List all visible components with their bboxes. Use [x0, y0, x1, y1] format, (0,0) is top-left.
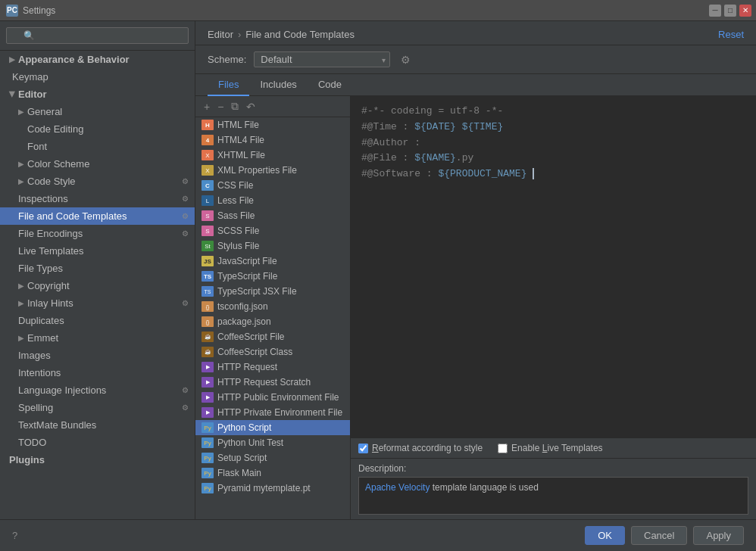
sidebar-item-file-types[interactable]: File Types — [0, 260, 195, 277]
file-item-http-private[interactable]: ▶ HTTP Private Environment File — [195, 405, 350, 420]
reformat-checkbox[interactable] — [358, 444, 368, 453]
restore-button[interactable]: □ — [724, 5, 736, 17]
window-controls[interactable]: ─ □ ✕ — [709, 5, 751, 17]
file-item-pyramid[interactable]: Py Pyramid mytemplate.pt — [195, 481, 350, 496]
tab-includes[interactable]: Includes — [249, 74, 307, 96]
sidebar-item-label: Code Editing — [27, 123, 83, 135]
file-item-sass[interactable]: S Sass File — [195, 208, 350, 223]
coffee-file-icon: ☕ — [201, 332, 214, 342]
search-box[interactable]: 🔍 — [0, 21, 195, 51]
add-button[interactable]: + — [201, 100, 212, 114]
file-item-tsconfig[interactable]: {} tsconfig.json — [195, 299, 350, 314]
help-button[interactable]: ? — [12, 530, 17, 541]
reformat-checkbox-label[interactable]: Reformat according to style — [358, 443, 483, 453]
sidebar-item-language-injections[interactable]: Language Injections ⚙ — [0, 381, 195, 399]
reset-template-button[interactable]: ↶ — [244, 100, 258, 114]
velocity-link[interactable]: Apache Velocity — [365, 482, 430, 493]
scheme-select[interactable]: Default — [254, 51, 390, 67]
breadcrumb-bar: Editor › File and Code Templates Reset — [195, 21, 756, 45]
sidebar-item-live-templates[interactable]: Live Templates — [0, 242, 195, 260]
sidebar-item-file-encodings[interactable]: File Encodings ⚙ — [0, 225, 195, 242]
sidebar-item-spelling[interactable]: Spelling ⚙ — [0, 399, 195, 416]
file-item-coffeescript[interactable]: ☕ CoffeeScript File — [195, 329, 350, 344]
sidebar-item-code-editing[interactable]: Code Editing — [0, 120, 195, 138]
file-item-http-scratch[interactable]: ▶ HTTP Request Scratch — [195, 375, 350, 390]
file-item-xml-properties[interactable]: X XML Properties File — [195, 163, 350, 178]
sidebar-item-duplicates[interactable]: Duplicates — [0, 312, 195, 329]
file-item-http-public[interactable]: ▶ HTTP Public Environment File — [195, 390, 350, 405]
ok-button[interactable]: OK — [585, 526, 625, 545]
search-input[interactable] — [6, 27, 189, 44]
file-item-scss[interactable]: S SCSS File — [195, 223, 350, 238]
tab-code[interactable]: Code — [308, 74, 352, 96]
title-bar: PC Settings ─ □ ✕ — [0, 0, 756, 21]
file-item-js[interactable]: JS JavaScript File — [195, 254, 350, 269]
tab-files[interactable]: Files — [208, 74, 249, 96]
sidebar-item-label: Emmet — [27, 332, 58, 344]
sidebar-item-label: Duplicates — [18, 315, 64, 326]
file-item-setup-script[interactable]: Py Setup Script — [195, 450, 350, 465]
file-item-name: HTML4 File — [217, 135, 264, 145]
scss-file-icon: S — [201, 226, 214, 236]
sidebar-item-todo[interactable]: TODO — [0, 434, 195, 451]
sidebar-item-file-and-code-templates[interactable]: File and Code Templates ⚙ — [0, 207, 195, 225]
sidebar-item-inlay-hints[interactable]: ▶ Inlay Hints ⚙ — [0, 294, 195, 312]
sidebar-item-font[interactable]: Font — [0, 138, 195, 155]
files-panel: + − ⧉ ↶ H HTML File 4 HTML4 File — [195, 96, 756, 519]
sidebar-item-copyright[interactable]: ▶ Copyright — [0, 277, 195, 294]
sidebar-item-label: Code Style — [27, 176, 76, 187]
sidebar-item-textmate-bundles[interactable]: TextMate Bundles — [0, 416, 195, 434]
file-list-toolbar: + − ⧉ ↶ — [195, 96, 350, 117]
content-area: 🔍 ▶ Appearance & Behavior Keymap ▶ Edito… — [0, 21, 756, 519]
file-item-name: Less File — [217, 195, 254, 206]
settings-badge-icon: ⚙ — [182, 212, 189, 220]
less-file-icon: L — [201, 195, 214, 206]
copy-button[interactable]: ⧉ — [229, 99, 241, 114]
sidebar-item-general[interactable]: ▶ General — [0, 103, 195, 120]
file-item-http-request[interactable]: ▶ HTTP Request — [195, 360, 350, 375]
file-item-xhtml[interactable]: X XHTML File — [195, 148, 350, 163]
arrow-icon: ▶ — [18, 107, 24, 116]
file-item-html[interactable]: H HTML File — [195, 117, 350, 132]
sidebar-item-plugins[interactable]: Plugins — [0, 451, 195, 469]
scheme-settings-button[interactable]: ⚙ — [398, 52, 414, 67]
scheme-row: Scheme: Default ▾ ⚙ — [195, 45, 756, 74]
sidebar-item-images[interactable]: Images — [0, 347, 195, 364]
file-item-tsx[interactable]: TS TypeScript JSX File — [195, 284, 350, 299]
file-item-name: HTTP Public Environment File — [217, 392, 339, 403]
file-item-less[interactable]: L Less File — [195, 193, 350, 208]
sidebar-item-emmet[interactable]: ▶ Emmet — [0, 329, 195, 347]
sidebar-item-inspections[interactable]: Inspections ⚙ — [0, 190, 195, 207]
sidebar-item-keymap[interactable]: Keymap — [0, 68, 195, 86]
sidebar: 🔍 ▶ Appearance & Behavior Keymap ▶ Edito… — [0, 21, 195, 519]
file-item-ts[interactable]: TS TypeScript File — [195, 269, 350, 284]
file-item-coffeescript-class[interactable]: ☕ CoffeeScript Class — [195, 344, 350, 360]
file-item-html4[interactable]: 4 HTML4 File — [195, 132, 350, 148]
file-item-package-json[interactable]: {} package.json — [195, 314, 350, 329]
settings-badge-icon: ⚙ — [182, 195, 189, 203]
minimize-button[interactable]: ─ — [709, 5, 721, 17]
sidebar-item-appearance[interactable]: ▶ Appearance & Behavior — [0, 51, 195, 68]
file-item-python-script[interactable]: Py Python Script — [195, 420, 350, 435]
scheme-label: Scheme: — [208, 54, 246, 65]
file-item-python-unit[interactable]: Py Python Unit Test — [195, 435, 350, 450]
cancel-button[interactable]: Cancel — [631, 526, 687, 545]
setup-script-icon: Py — [201, 453, 214, 463]
settings-badge-icon: ⚙ — [182, 177, 189, 185]
main-panel: Editor › File and Code Templates Reset S… — [195, 21, 756, 519]
close-button[interactable]: ✕ — [739, 5, 751, 17]
code-editor[interactable]: #-*- codeing = utf-8 -*- #@Time : ${DATE… — [351, 96, 756, 437]
live-templates-checkbox[interactable] — [498, 444, 508, 453]
file-item-stylus[interactable]: St Stylus File — [195, 238, 350, 254]
sidebar-item-code-style[interactable]: ▶ Code Style ⚙ — [0, 173, 195, 190]
sidebar-item-color-scheme[interactable]: ▶ Color Scheme — [0, 155, 195, 173]
remove-button[interactable]: − — [215, 100, 226, 114]
apply-button[interactable]: Apply — [693, 526, 744, 545]
reset-link[interactable]: Reset — [718, 29, 744, 40]
file-item-css[interactable]: C CSS File — [195, 178, 350, 193]
sidebar-item-intentions[interactable]: Intentions — [0, 364, 195, 381]
sidebar-item-editor[interactable]: ▶ Editor — [0, 86, 195, 103]
breadcrumb-current: File and Code Templates — [245, 29, 355, 40]
live-templates-checkbox-label[interactable]: Enable Live Templates — [498, 443, 603, 453]
file-item-flask-main[interactable]: Py Flask Main — [195, 465, 350, 481]
